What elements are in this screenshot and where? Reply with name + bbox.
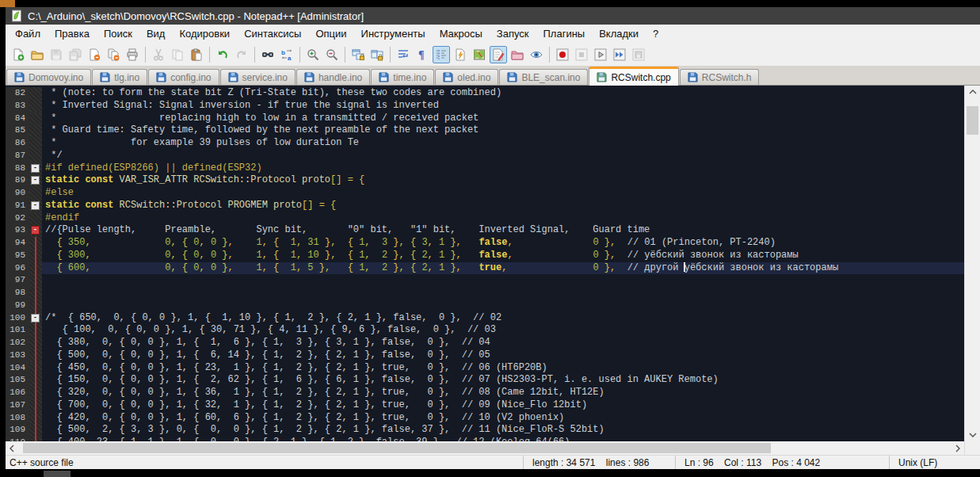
define-language-icon[interactable] (452, 46, 469, 63)
menu-item[interactable]: Инструменты (354, 25, 433, 42)
line-number[interactable]: 100 (6, 312, 29, 325)
fold-collapse-icon[interactable]: - (31, 176, 40, 185)
tab-time-ino[interactable]: time.ino (371, 69, 434, 85)
line-number[interactable]: 92 (6, 212, 29, 225)
document-map-icon[interactable] (471, 46, 488, 63)
code-line[interactable]: 95 { 300, 0, { 0, 0 }, 1, { 1, 10 }, { 1… (6, 250, 964, 262)
line-number[interactable]: 88 (6, 162, 29, 175)
code-line[interactable]: 86 * for example 39 pulses of low durati… (6, 137, 964, 150)
line-number[interactable]: 99 (6, 300, 29, 312)
line-number[interactable]: 93 (6, 224, 29, 237)
line-number[interactable]: 108 (6, 412, 29, 425)
folder-as-workspace-icon[interactable] (509, 46, 526, 63)
line-number[interactable]: 83 (6, 100, 29, 113)
line-number[interactable]: 87 (6, 150, 29, 162)
code-line[interactable]: 108 { 420, 0, { 0, 0 }, 1, { 60, 6 }, { … (6, 412, 964, 425)
line-number[interactable]: 96 (6, 262, 29, 275)
zoom-out-icon[interactable] (323, 46, 341, 63)
vertical-scroll-thumb[interactable] (967, 106, 978, 135)
word-wrap-icon[interactable] (395, 46, 412, 63)
sync-vertical-icon[interactable] (349, 46, 367, 63)
code-line[interactable]: 87 */ (6, 150, 964, 162)
fold-collapse-icon[interactable]: - (31, 201, 40, 210)
code-line[interactable]: 100-/* { 650, 0, { 0, 0 }, 1, { 1, 10 },… (6, 312, 964, 325)
line-number[interactable]: 107 (6, 399, 29, 412)
menu-item[interactable]: Вкладки (592, 25, 646, 42)
tab-service-ino[interactable]: service.ino (220, 69, 296, 85)
horizontal-scrollbar[interactable] (6, 441, 964, 455)
menu-item[interactable]: Макросы (433, 25, 490, 42)
code-line[interactable]: 97 (6, 274, 964, 287)
code-line-current[interactable]: 96 { 600, 0, { 0, 0 }, 1, { 1, 5 }, { 1,… (6, 262, 964, 275)
print-icon[interactable] (124, 46, 141, 63)
code-line[interactable]: 98 (6, 287, 964, 300)
menu-item[interactable]: Запуск (490, 25, 536, 42)
tab-config-ino[interactable]: config.ino (148, 69, 219, 85)
line-number[interactable]: 85 (6, 124, 29, 137)
line-number[interactable]: 86 (6, 137, 29, 150)
scroll-right-arrow-icon[interactable] (951, 441, 964, 455)
line-number[interactable]: 101 (6, 324, 29, 337)
fold-collapse-icon[interactable]: - (31, 314, 40, 322)
vertical-scrollbar[interactable] (964, 86, 980, 441)
code-line[interactable]: 105 { 150, 0, { 0, 0 }, 1, { 2, 62 }, { … (6, 374, 964, 387)
line-number[interactable]: 109 (6, 424, 29, 437)
code-line[interactable]: 93-//{Pulse length, Preamble, Sync bit, … (6, 224, 964, 237)
tab-tlg-ino[interactable]: tlg.ino (92, 69, 147, 85)
line-number[interactable]: 104 (6, 362, 29, 375)
tab-handle-ino[interactable]: handle.ino (296, 69, 370, 85)
line-number[interactable]: 106 (6, 387, 29, 399)
tab-domovoy-ino[interactable]: Domovoy.ino (6, 69, 91, 85)
code-line[interactable]: 99 (6, 300, 964, 312)
tab-ble-scan-ino[interactable]: BLE_scan.ino (499, 69, 588, 85)
line-number[interactable]: 94 (6, 237, 29, 250)
open-folder-icon[interactable] (29, 46, 46, 63)
menu-item[interactable]: Плагины (536, 25, 593, 42)
code-line[interactable]: 107 { 700, 0, { 0, 0 }, 1, { 32, 1 }, { … (6, 399, 964, 412)
menu-item[interactable]: Поиск (97, 25, 139, 42)
macro-run-multiple-icon[interactable] (611, 46, 628, 63)
undo-icon[interactable] (214, 46, 231, 63)
scroll-left-arrow-icon[interactable] (6, 441, 18, 455)
code-line[interactable]: 83 * Inverted Signal: Signal inversion -… (6, 100, 964, 113)
line-number[interactable]: 97 (6, 274, 29, 287)
line-number[interactable]: 102 (6, 337, 29, 349)
menu-item[interactable]: Опции (308, 25, 353, 42)
menu-item[interactable]: ? (646, 25, 665, 42)
sync-horizontal-icon[interactable] (368, 46, 386, 63)
line-number[interactable]: 95 (6, 250, 29, 262)
menu-item[interactable]: Вид (139, 25, 173, 42)
scroll-up-arrow-icon[interactable] (965, 86, 980, 98)
macro-play-icon[interactable] (592, 46, 609, 63)
menu-item[interactable]: Файл (8, 25, 48, 42)
code-line[interactable]: 94 { 350, 0, { 0, 0 }, 1, { 1, 31 }, { 1… (6, 237, 964, 250)
line-number[interactable]: 90 (6, 187, 29, 200)
macro-record-icon[interactable] (554, 46, 571, 63)
function-list-icon[interactable] (490, 46, 507, 63)
tab-oled-ino[interactable]: oled.ino (435, 69, 498, 85)
fold-collapse-icon[interactable]: - (31, 164, 40, 173)
code-line[interactable]: 109 { 500, 2, { 3, 3 }, 0, { 0, 0 }, { 1… (6, 424, 964, 437)
line-number[interactable]: 89 (6, 174, 29, 187)
code-line[interactable]: 106 { 320, 0, { 0, 0 }, 1, { 36, 1 }, { … (6, 387, 964, 399)
line-number[interactable]: 103 (6, 349, 29, 362)
code-line[interactable]: 88-#if defined(ESP8266) || defined(ESP32… (6, 162, 964, 175)
code-line[interactable]: 103 { 500, 0, { 0, 0 }, 1, { 6, 14 }, { … (6, 349, 964, 362)
line-number[interactable]: 105 (6, 374, 29, 387)
code-line[interactable]: 101 { 100, 0, { 0, 0 }, 1, { 30, 71 }, {… (6, 324, 964, 337)
line-number[interactable]: 98 (6, 287, 29, 300)
zoom-in-icon[interactable] (304, 46, 322, 63)
line-number[interactable]: 91 (6, 200, 29, 212)
code-line[interactable]: 90#else (6, 187, 964, 200)
code-line[interactable]: 102 { 380, 0, { 0, 0 }, 1, { 1, 6 }, { 1… (6, 337, 964, 349)
replace-icon[interactable]: ba (278, 46, 296, 63)
menu-item[interactable]: Кодировки (172, 25, 237, 42)
line-number[interactable]: 82 (6, 87, 29, 100)
show-indent-guide-icon[interactable] (433, 46, 450, 63)
new-file-icon[interactable] (10, 46, 27, 63)
code-line[interactable]: 104 { 450, 0, { 0, 0 }, 1, { 23, 1 }, { … (6, 362, 964, 375)
code-line[interactable]: 92#endif (6, 212, 964, 225)
find-icon[interactable] (259, 46, 276, 63)
code-line[interactable]: 91-static const RCSwitch::Protocol PROGM… (6, 200, 964, 212)
show-all-characters-icon[interactable]: ¶ (414, 46, 431, 63)
